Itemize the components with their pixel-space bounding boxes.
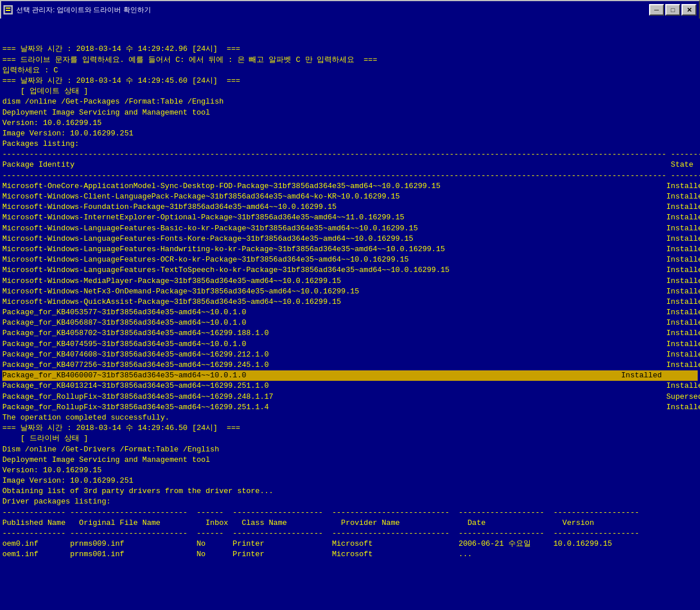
terminal-line: [ 드라이버 상태 ] [2,433,698,444]
terminal-line: Obtaining list of 3rd party drivers from… [2,486,698,497]
terminal-line: Image Version: 10.0.16299.251 [2,476,698,486]
terminal-line: Package_for_KB4077256~31bf3856ad364e35~a… [2,360,698,370]
terminal-line: Packages listing: [2,139,698,149]
terminal-line: Microsoft-Windows-Client-LanguagePack-Pa… [2,192,698,202]
terminal-line: Package_for_KB4056887~31bf3856ad364e35~a… [2,318,698,328]
terminal-line: Microsoft-Windows-LanguageFeatures-Fonts… [2,234,698,244]
terminal-line: Package_for_KB4053577~31bf3856ad364e35~a… [2,307,698,318]
terminal-output: === 날짜와 시간 : 2018-03-14 수 14:29:42.96 [2… [2,44,698,560]
terminal-line: Dism /online /Get-Drivers /Format:Table … [2,444,698,455]
terminal-line: [ 업데이트 상태 ] [2,86,698,97]
terminal-line: Microsoft-Windows-LanguageFeatures-TextT… [2,265,698,275]
terminal-line: Package_for_KB4013214~31bf3856ad364e35~a… [2,381,698,391]
terminal-line: Microsoft-Windows-LanguageFeatures-Basic… [2,223,698,234]
terminal-line: -------------- -------------------------… [2,528,698,539]
title-bar-left: 선택 관리자: 업데이트와 드라이버 확인하기 [3,5,151,15]
terminal-line: 입력하세요 : C [2,65,698,76]
terminal-line: Microsoft-Windows-MediaPlayer-Package~31… [2,276,698,286]
terminal-line: Microsoft-OneCore-ApplicationModel-Sync-… [2,181,698,192]
terminal-line: Microsoft-Windows-QuickAssist-Package~31… [2,297,698,307]
terminal-line: Package_for_KB4074608~31bf3856ad364e35~a… [2,350,698,360]
terminal-line: ----------------------------------------… [2,171,698,181]
svg-rect-2 [6,10,10,11]
terminal-line: Package_for_KB4074595~31bf3856ad364e35~a… [2,339,698,350]
terminal-line: Deployment Image Servicing and Managemen… [2,455,698,465]
terminal-line: -------------- -------------------------… [2,508,698,518]
terminal-line: Published Name Original File Name Inbox … [2,518,698,528]
main-window: 선택 관리자: 업데이트와 드라이버 확인하기 ─ □ ✕ === 날짜와 시간… [0,0,700,610]
terminal-line: Microsoft-Windows-Foundation-Package~31b… [2,202,698,212]
svg-rect-1 [6,8,10,9]
terminal-line: Package_for_RollupFix~31bf3856ad364e35~a… [2,402,698,413]
terminal-line: Deployment Image Servicing and Managemen… [2,108,698,118]
terminal-line: Microsoft-Windows-NetFx3-OnDemand-Packag… [2,286,698,297]
terminal-line: oem0.inf prnms009.inf No Printer Microso… [2,539,698,549]
terminal-line: Microsoft-Windows-LanguageFeatures-Handw… [2,244,698,255]
terminal-line: Microsoft-Windows-LanguageFeatures-OCR-k… [2,255,698,265]
terminal-line: ----------------------------------------… [2,149,698,160]
terminal-line: Package_for_KB4060007~31bf3856ad364e35~a… [2,370,698,381]
window-title: 선택 관리자: 업데이트와 드라이버 확인하기 [16,5,151,15]
terminal-line: Driver packages listing: [2,497,698,507]
terminal-line: === 드라이브 문자를 입력하세요. 예를 들어서 C: 에서 뒤에 : 은 … [2,55,698,65]
terminal-line: dism /online /Get-Packages /Format:Table… [2,97,698,107]
title-bar: 선택 관리자: 업데이트와 드라이버 확인하기 ─ □ ✕ [0,0,700,19]
window-icon [3,5,13,14]
terminal-line: === 날짜와 시간 : 2018-03-14 수 14:29:42.96 [2… [2,44,698,54]
terminal-line: Package Identity State Release Type Inst… [2,160,698,170]
terminal-line: Version: 10.0.16299.15 [2,118,698,128]
terminal-line: === 날짜와 시간 : 2018-03-14 수 14:29:46.50 [2… [2,423,698,433]
terminal-content: === 날짜와 시간 : 2018-03-14 수 14:29:42.96 [2… [0,19,700,610]
terminal-line: Version: 10.0.16299.15 [2,465,698,476]
minimize-button[interactable]: ─ [649,4,664,16]
maximize-button[interactable]: □ [665,4,680,16]
terminal-line: oem1.inf prnms001.inf No Printer Microso… [2,549,698,560]
terminal-line: Image Version: 10.0.16299.251 [2,128,698,139]
terminal-line: Microsoft-Windows-InternetExplorer-Optio… [2,212,698,223]
terminal-line: Package_for_KB4058702~31bf3856ad364e35~a… [2,328,698,339]
close-button[interactable]: ✕ [681,4,697,16]
title-buttons[interactable]: ─ □ ✕ [649,4,697,16]
terminal-line: Package_for_RollupFix~31bf3856ad364e35~a… [2,392,698,402]
terminal-line: === 날짜와 시간 : 2018-03-14 수 14:29:45.60 [2… [2,76,698,86]
terminal-line: The operation completed successfully. [2,413,698,423]
